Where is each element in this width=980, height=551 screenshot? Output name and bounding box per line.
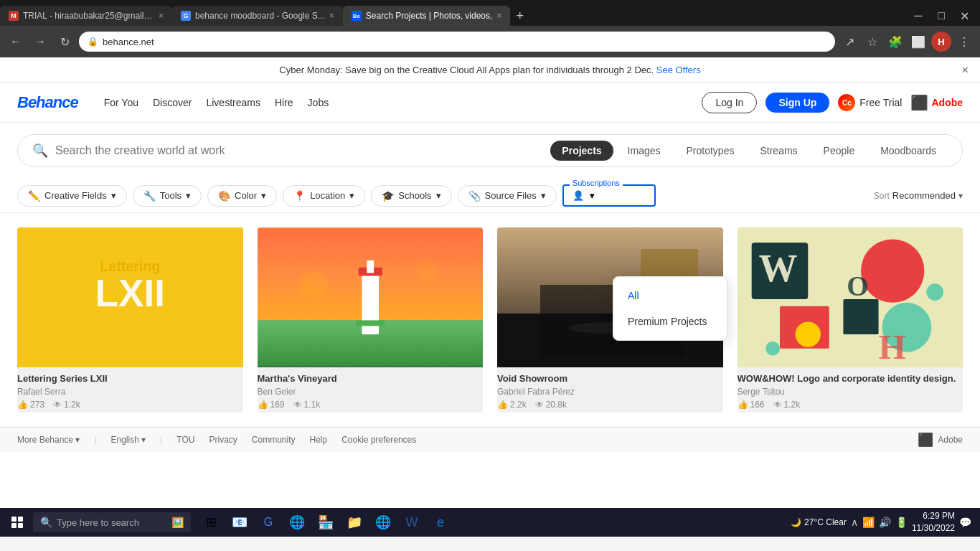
dropdown-item-all[interactable]: All (613, 283, 727, 309)
adobe-logo[interactable]: ⬛ Adobe (910, 94, 963, 111)
nav-livestreams[interactable]: Livestreams (206, 97, 260, 108)
schools-filter[interactable]: 🎓 Schools ▾ (371, 185, 451, 207)
svg-point-27 (765, 342, 780, 356)
tab-projects[interactable]: Projects (550, 141, 613, 161)
free-trial-label: Free Trial (859, 97, 902, 108)
system-tray-icon[interactable]: ∧ (851, 517, 858, 528)
source-files-label: Source Files (485, 190, 537, 201)
tab-google[interactable]: G behance moodboard - Google S... × (172, 6, 343, 26)
sort-chevron[interactable]: ▾ (958, 191, 963, 201)
login-button[interactable]: Log In (702, 92, 757, 113)
minimize-button[interactable]: ─ (908, 6, 928, 26)
banner-close-button[interactable]: × (962, 64, 969, 77)
free-trial-button[interactable]: Cc Free Trial (838, 94, 902, 111)
creative-fields-filter[interactable]: ✏️ Creative Fields ▾ (17, 185, 127, 207)
taskbar-app-store[interactable]: 🏪 (313, 509, 339, 535)
footer-more-behance[interactable]: More Behance ▾ (17, 435, 80, 445)
tab-gmail[interactable]: M TRIAL - hiraabubakar25@gmail.c... × (0, 6, 172, 26)
tab-streams[interactable]: Streams (748, 141, 809, 161)
tab-google-close[interactable]: × (329, 11, 334, 21)
maximize-button[interactable]: □ (931, 6, 951, 26)
weather-icon: 🌙 (791, 517, 801, 527)
share-button[interactable]: ↗ (839, 32, 859, 52)
svg-text:O: O (847, 270, 869, 302)
behance-logo[interactable]: Behance (17, 93, 78, 112)
sort-label: Sort (874, 191, 890, 201)
tab-people[interactable]: People (812, 141, 867, 161)
browser-tabs-bar: M TRIAL - hiraabubakar25@gmail.c... × G … (0, 0, 980, 26)
split-screen-button[interactable]: ⬜ (908, 32, 928, 52)
taskbar-app-edge[interactable]: e (428, 509, 453, 535)
color-filter[interactable]: 🎨 Color ▾ (207, 185, 277, 207)
network-icon[interactable]: 📶 (862, 517, 875, 528)
footer-tou[interactable]: TOU (176, 435, 194, 445)
dropdown-item-premium[interactable]: Premium Projects (613, 309, 727, 334)
nav-hire[interactable]: Hire (275, 97, 293, 108)
nav-jobs[interactable]: Jobs (308, 97, 329, 108)
sort-section: Sort Recommended ▾ (874, 190, 963, 201)
reload-button[interactable]: ↻ (55, 32, 75, 52)
taskbar-app-browser[interactable]: 🌐 (370, 509, 396, 535)
extensions-button[interactable]: 🧩 (885, 32, 905, 52)
browser-toolbar: ← → ↻ 🔒 behance.net ↗ ☆ 🧩 ⬜ H ⋮ (0, 26, 980, 57)
project-card-0[interactable]: LXII Lettering Lettering Series LXII Raf… (17, 227, 243, 413)
source-files-filter[interactable]: 📎 Source Files ▾ (458, 185, 557, 207)
project-views-3: 👁 1.2k (773, 400, 801, 410)
project-info-1: Martha's Vineyard Ben Geier 👍 169 👁 1.1k (258, 367, 484, 413)
project-stats-0: 👍 273 👁 1.2k (17, 400, 243, 410)
taskbar-app-task-view[interactable]: ⊞ (198, 509, 224, 535)
start-button[interactable] (3, 508, 32, 537)
search-input[interactable] (55, 144, 543, 157)
project-views-2: 👁 20.8k (535, 400, 567, 410)
source-files-icon: 📎 (468, 190, 481, 202)
weather-display: 🌙 27°C Clear (791, 517, 847, 527)
svg-point-25 (795, 321, 820, 347)
subscriptions-filter[interactable]: Subscriptions 👤 ▾ (562, 184, 656, 207)
nav-for-you[interactable]: For You (104, 97, 138, 108)
footer-community[interactable]: Community (252, 435, 296, 445)
taskbar-app-files[interactable]: 📁 (341, 509, 367, 535)
tab-images[interactable]: Images (616, 141, 672, 161)
bookmark-button[interactable]: ☆ (862, 32, 882, 52)
taskbar-app-mail[interactable]: 📧 (227, 509, 253, 535)
tab-gmail-close[interactable]: × (159, 11, 164, 21)
project-info-0: Lettering Series LXII Rafael Serra 👍 273… (17, 367, 243, 413)
tab-prototypes[interactable]: Prototypes (675, 141, 746, 161)
tab-moodboards[interactable]: Moodboards (869, 141, 948, 161)
project-views-0: 👁 1.2k (53, 400, 80, 410)
taskbar-app-word[interactable]: W (399, 509, 425, 535)
footer-cookie[interactable]: Cookie preferences (341, 435, 416, 445)
tab-behance[interactable]: Be Search Projects | Photos, videos, × (343, 6, 511, 26)
battery-icon[interactable]: 🔋 (895, 517, 908, 528)
schools-label: Schools (398, 190, 431, 201)
footer-adobe-label: Adobe (938, 435, 963, 445)
nav-discover[interactable]: Discover (153, 97, 192, 108)
taskbar-app-search[interactable]: G (255, 509, 281, 535)
new-tab-button[interactable]: + (510, 6, 529, 26)
volume-icon[interactable]: 🔊 (879, 517, 891, 528)
project-card-3[interactable]: W O H WOW&HOW! Logo and corporate identi… (738, 227, 963, 413)
tools-filter[interactable]: 🔧 Tools ▾ (133, 185, 202, 207)
footer-help[interactable]: Help (310, 435, 328, 445)
footer-language[interactable]: English ▾ (111, 435, 146, 445)
project-card-1[interactable]: Martha's Vineyard Ben Geier 👍 169 👁 1.1k (258, 227, 484, 413)
project-author-0: Rafael Serra (17, 387, 243, 397)
taskbar-clock[interactable]: 6:29 PM 11/30/2022 (912, 510, 955, 534)
signup-button[interactable]: Sign Up (765, 93, 829, 113)
forward-button[interactable]: → (30, 32, 50, 52)
tab-behance-close[interactable]: × (496, 11, 501, 21)
banner-link[interactable]: See Offers (656, 65, 701, 75)
menu-button[interactable]: ⋮ (954, 32, 974, 52)
project-views-1: 👁 1.1k (293, 400, 321, 410)
profile-button[interactable]: H (931, 32, 951, 52)
notification-icon[interactable]: 💬 (959, 517, 971, 528)
back-button[interactable]: ← (6, 32, 26, 52)
location-filter[interactable]: 📍 Location ▾ (283, 185, 365, 207)
page-content: Cyber Monday: Save big on the Creative C… (0, 57, 980, 508)
address-bar[interactable]: 🔒 behance.net (79, 32, 835, 52)
sort-value[interactable]: Recommended (892, 190, 956, 201)
footer-privacy[interactable]: Privacy (209, 435, 237, 445)
taskbar-search[interactable]: 🔍 Type here to search 🖼️ (33, 512, 191, 532)
close-window-button[interactable]: ✕ (954, 6, 974, 26)
taskbar-app-chrome[interactable]: 🌐 (284, 509, 310, 535)
